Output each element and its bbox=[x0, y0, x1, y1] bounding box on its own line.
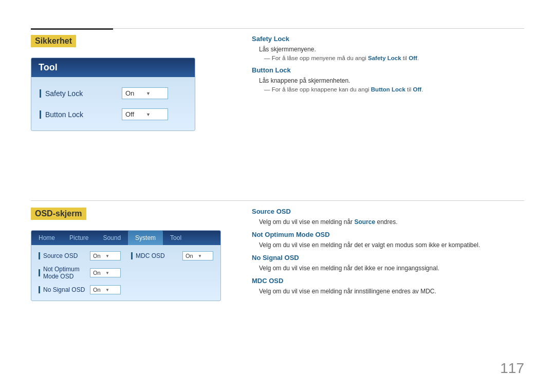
safety-lock-desc: Safety Lock Lås skjermmenyene. For å lås… bbox=[252, 35, 524, 61]
button-lock-desc: Button Lock Lås knappene på skjermenhete… bbox=[252, 66, 524, 92]
osd-tab-home[interactable]: Home bbox=[31, 231, 62, 245]
source-osd-label: Source OSD bbox=[43, 252, 87, 259]
osd-nav: Home Picture Sound System Tool bbox=[31, 231, 220, 245]
no-signal-row: No Signal OSD On ▼ bbox=[39, 285, 121, 294]
mdc-osd-label: MDC OSD bbox=[136, 252, 179, 259]
osd-body: Source OSD On ▼ Not Optimum Mode OSD On … bbox=[31, 245, 220, 301]
button-lock-bullet: Lås knappene på skjermenheten. bbox=[259, 77, 524, 84]
tool-panel-body: Safety Lock On ▼ Button Lock Off bbox=[31, 77, 195, 130]
safety-lock-bar bbox=[40, 89, 41, 98]
button-lock-arrow: ▼ bbox=[146, 112, 164, 117]
sikkerhet-header: Sikkerhet bbox=[31, 35, 76, 47]
sikkerhet-section: Sikkerhet Tool Safety Lock On ▼ bbox=[31, 35, 247, 131]
page-container: Sikkerhet Tool Safety Lock On ▼ bbox=[0, 0, 555, 392]
safety-lock-bullet: Lås skjermmenyene. bbox=[259, 46, 524, 53]
mdc-osd-desc-bullet: Velg om du vil vise en melding når innst… bbox=[259, 288, 524, 295]
button-lock-row: Button Lock Off ▼ bbox=[40, 108, 187, 120]
source-osd-bar bbox=[39, 252, 40, 259]
source-osd-desc-title: Source OSD bbox=[252, 208, 524, 215]
button-lock-bar bbox=[40, 110, 41, 119]
no-signal-desc: No Signal OSD Velg om du vil vise en mel… bbox=[252, 254, 524, 272]
button-lock-desc-title: Button Lock bbox=[252, 66, 524, 74]
no-signal-select[interactable]: On ▼ bbox=[90, 285, 121, 294]
not-optimum-desc-title: Not Optimum Mode OSD bbox=[252, 231, 524, 238]
mdc-osd-arrow: ▼ bbox=[198, 254, 210, 258]
page-number: 117 bbox=[500, 360, 524, 377]
safety-lock-select[interactable]: On ▼ bbox=[122, 87, 168, 99]
osd-tab-sound[interactable]: Sound bbox=[96, 231, 128, 245]
mdc-osd-row: MDC OSD On ▼ bbox=[131, 251, 213, 260]
source-osd-desc: Source OSD Velg om du vil vise en meldin… bbox=[252, 208, 524, 226]
source-osd-desc-bullet: Velg om du vil vise en melding når Sourc… bbox=[259, 218, 524, 226]
osd-section: OSD-skjerm Home Picture Sound System Too… bbox=[31, 208, 247, 301]
osd-left-col: Source OSD On ▼ Not Optimum Mode OSD On … bbox=[39, 251, 121, 294]
not-optimum-desc: Not Optimum Mode OSD Velg om du vil vise… bbox=[252, 231, 524, 249]
not-optimum-bar bbox=[39, 269, 40, 276]
osd-right-col: MDC OSD On ▼ bbox=[131, 251, 213, 294]
mid-rule bbox=[31, 200, 524, 201]
mdc-osd-desc-title: MDC OSD bbox=[252, 277, 524, 285]
osd-desc: Source OSD Velg om du vil vise en meldin… bbox=[252, 208, 524, 297]
mdc-osd-desc: MDC OSD Velg om du vil vise en melding n… bbox=[252, 277, 524, 295]
no-signal-bar bbox=[39, 286, 40, 293]
not-optimum-arrow: ▼ bbox=[105, 271, 118, 275]
mdc-osd-bar bbox=[131, 252, 133, 259]
not-optimum-select[interactable]: On ▼ bbox=[90, 268, 121, 277]
top-rule-short bbox=[31, 28, 113, 30]
no-signal-label: No Signal OSD bbox=[43, 286, 87, 293]
safety-lock-sub: For å låse opp menyene må du angi Safety… bbox=[264, 55, 524, 61]
osd-tab-tool[interactable]: Tool bbox=[163, 231, 189, 245]
safety-lock-arrow: ▼ bbox=[146, 91, 164, 96]
not-optimum-label: Not Optimum Mode OSD bbox=[43, 266, 87, 280]
not-optimum-desc-bullet: Velg om du vil vise en melding når det e… bbox=[259, 241, 524, 249]
safety-lock-row: Safety Lock On ▼ bbox=[40, 87, 187, 99]
osd-tab-picture[interactable]: Picture bbox=[62, 231, 96, 245]
safety-lock-label: Safety Lock bbox=[40, 89, 122, 98]
tool-panel: Tool Safety Lock On ▼ bbox=[31, 58, 195, 131]
source-osd-row: Source OSD On ▼ bbox=[39, 251, 121, 260]
button-lock-select[interactable]: Off ▼ bbox=[122, 108, 168, 120]
not-optimum-row: Not Optimum Mode OSD On ▼ bbox=[39, 266, 121, 280]
osd-header: OSD-skjerm bbox=[31, 208, 86, 220]
tool-panel-title: Tool bbox=[31, 58, 195, 77]
source-osd-select[interactable]: On ▼ bbox=[90, 251, 121, 260]
no-signal-desc-bullet: Velg om du vil vise en melding når det i… bbox=[259, 265, 524, 272]
safety-lock-desc-title: Safety Lock bbox=[252, 35, 524, 43]
no-signal-desc-title: No Signal OSD bbox=[252, 254, 524, 262]
button-lock-label: Button Lock bbox=[40, 110, 122, 119]
mdc-osd-select[interactable]: On ▼ bbox=[182, 251, 213, 260]
button-lock-sub: For å låse opp knappene kan du angi Butt… bbox=[264, 86, 524, 92]
source-osd-arrow: ▼ bbox=[105, 254, 118, 258]
osd-panel: Home Picture Sound System Tool Source OS… bbox=[31, 230, 221, 301]
sikkerhet-desc: Safety Lock Lås skjermmenyene. For å lås… bbox=[252, 35, 524, 98]
no-signal-arrow: ▼ bbox=[105, 288, 118, 292]
osd-tab-system[interactable]: System bbox=[128, 231, 163, 245]
